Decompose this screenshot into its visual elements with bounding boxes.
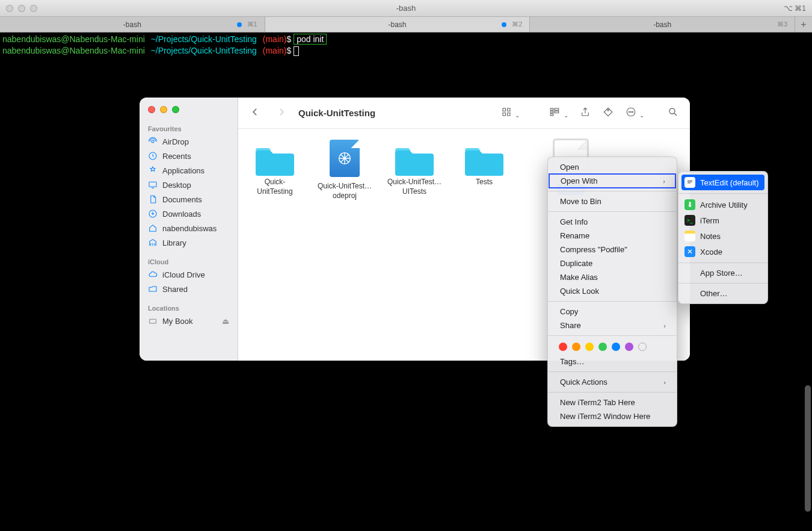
menu-quick-look[interactable]: Quick Look bbox=[548, 284, 677, 298]
menu-compress[interactable]: Compress "Podfile" bbox=[548, 243, 677, 256]
sidebar-item-shared[interactable]: Shared bbox=[140, 282, 238, 296]
library-icon bbox=[148, 238, 158, 247]
open-with-submenu: TextEdit (default) ⬇ Archive Utility >_ … bbox=[678, 171, 768, 304]
chevron-right-icon: › bbox=[663, 178, 665, 185]
search-button[interactable] bbox=[667, 107, 679, 120]
svg-point-19 bbox=[669, 108, 675, 114]
folder-quick-unittesting[interactable]: Quick-UnitTesting bbox=[247, 140, 303, 196]
eject-icon[interactable]: ⏏ bbox=[222, 317, 229, 326]
tag-color-dot[interactable] bbox=[572, 343, 580, 351]
terminal-content[interactable]: nabendubiswas@Nabendus-Mac-mini ~/Projec… bbox=[0, 33, 812, 58]
submenu-other[interactable]: Other… bbox=[678, 287, 767, 300]
terminal-line-2: nabendubiswas@Nabendus-Mac-mini ~/Projec… bbox=[2, 45, 810, 57]
airdrop-icon bbox=[148, 137, 158, 146]
menu-tag-colors bbox=[548, 339, 677, 355]
tag-color-dot[interactable] bbox=[585, 343, 594, 351]
close-button[interactable] bbox=[6, 5, 13, 12]
sidebar-item-mybook[interactable]: My Book⏏ bbox=[140, 314, 238, 328]
action-button[interactable]: ⌄ bbox=[625, 107, 644, 120]
menu-separator bbox=[548, 211, 677, 212]
add-tab-button[interactable]: + bbox=[795, 17, 812, 32]
finder-sidebar: Favourites AirDrop Recents Applications … bbox=[140, 98, 238, 361]
sidebar-item-airdrop[interactable]: AirDrop bbox=[140, 134, 238, 149]
tag-color-dot[interactable] bbox=[559, 343, 567, 351]
finder-zoom-button[interactable] bbox=[172, 106, 179, 113]
minimize-button[interactable] bbox=[18, 5, 25, 12]
terminal-tab-1[interactable]: -bash ⌘1 bbox=[0, 17, 265, 32]
menu-new-iterm-window[interactable]: New iTerm2 Window Here bbox=[548, 409, 677, 423]
menu-quick-actions[interactable]: Quick Actions› bbox=[548, 375, 677, 389]
submenu-textedit[interactable]: TextEdit (default) bbox=[681, 175, 764, 190]
menu-move-to-bin[interactable]: Move to Bin bbox=[548, 194, 677, 208]
menu-separator bbox=[548, 335, 677, 336]
unsaved-indicator-icon bbox=[237, 22, 242, 27]
window-title: -bash bbox=[396, 4, 416, 13]
menu-share[interactable]: Share› bbox=[548, 318, 677, 332]
svg-rect-8 bbox=[507, 113, 510, 116]
vertical-scrollbar[interactable] bbox=[805, 385, 811, 512]
forward-button[interactable] bbox=[275, 107, 288, 120]
submenu-archive-utility[interactable]: ⬇ Archive Utility bbox=[678, 197, 767, 213]
terminal-tabbar: -bash ⌘1 -bash ⌘2 -bash ⌘3 + bbox=[0, 17, 812, 33]
menu-make-alias[interactable]: Make Alias bbox=[548, 270, 677, 284]
sidebar-item-applications[interactable]: Applications bbox=[140, 163, 238, 178]
finder-minimize-button[interactable] bbox=[160, 106, 167, 113]
sidebar-item-downloads[interactable]: Downloads bbox=[140, 206, 238, 221]
sidebar-item-home[interactable]: nabendubiswas bbox=[140, 221, 238, 235]
folder-uitests[interactable]: Quick-UnitTest…UITests bbox=[386, 140, 443, 196]
sidebar-item-library[interactable]: Library bbox=[140, 235, 238, 250]
finder-toolbar: Quick-UnitTesting ⌄ ⌄ ⌄ bbox=[238, 98, 690, 129]
menu-separator bbox=[548, 371, 677, 372]
menu-open-with[interactable]: Open With› bbox=[549, 173, 676, 188]
tab-shortcut: ⌘3 bbox=[777, 20, 787, 28]
menu-open[interactable]: Open bbox=[548, 160, 677, 174]
svg-point-14 bbox=[607, 109, 608, 110]
finder-title: Quick-UnitTesting bbox=[298, 108, 375, 118]
svg-point-0 bbox=[152, 140, 154, 143]
tab-shortcut: ⌘2 bbox=[512, 20, 522, 28]
tag-color-none[interactable] bbox=[638, 343, 647, 351]
nav-arrows bbox=[249, 107, 288, 120]
archive-icon: ⬇ bbox=[684, 199, 695, 210]
sidebar-item-desktop[interactable]: Desktop bbox=[140, 178, 238, 192]
applications-icon bbox=[148, 166, 158, 175]
iterm-icon: >_ bbox=[684, 215, 695, 226]
terminal-tab-3[interactable]: -bash ⌘3 bbox=[530, 17, 795, 32]
terminal-tab-2[interactable]: -bash ⌘2 bbox=[265, 17, 531, 32]
folder-tests[interactable]: Tests bbox=[456, 140, 512, 187]
tag-color-dot[interactable] bbox=[598, 343, 607, 351]
tag-color-dot[interactable] bbox=[625, 343, 633, 351]
submenu-app-store[interactable]: App Store… bbox=[678, 266, 767, 280]
menu-copy[interactable]: Copy bbox=[548, 305, 677, 318]
menu-rename[interactable]: Rename bbox=[548, 229, 677, 243]
svg-rect-6 bbox=[507, 108, 510, 111]
disk-icon bbox=[148, 316, 158, 326]
share-button[interactable] bbox=[579, 107, 591, 120]
view-icons-button[interactable]: ⌄ bbox=[500, 107, 520, 120]
submenu-xcode[interactable]: ✕ Xcode bbox=[678, 244, 767, 259]
menu-new-iterm-tab[interactable]: New iTerm2 Tab Here bbox=[548, 396, 677, 409]
zoom-button[interactable] bbox=[30, 5, 37, 12]
sidebar-item-recents[interactable]: Recents bbox=[140, 149, 238, 163]
submenu-notes[interactable]: Notes bbox=[678, 228, 767, 244]
finder-close-button[interactable] bbox=[148, 106, 155, 113]
submenu-iterm[interactable]: >_ iTerm bbox=[678, 213, 767, 228]
file-xcodeproj[interactable]: Quick-UnitTest…odeproj bbox=[316, 140, 373, 200]
sidebar-item-icloud-drive[interactable]: iCloud Drive bbox=[140, 267, 238, 282]
unsaved-indicator-icon bbox=[502, 22, 506, 27]
back-button[interactable] bbox=[249, 107, 261, 120]
sidebar-item-documents[interactable]: Documents bbox=[140, 192, 238, 206]
menu-get-info[interactable]: Get Info bbox=[548, 215, 677, 229]
tab-label: -bash bbox=[388, 20, 406, 29]
menu-duplicate[interactable]: Duplicate bbox=[548, 256, 677, 270]
menu-tags[interactable]: Tags… bbox=[548, 355, 677, 368]
textedit-icon bbox=[684, 177, 695, 188]
group-button[interactable]: ⌄ bbox=[549, 107, 568, 120]
home-icon bbox=[148, 223, 158, 233]
menu-separator bbox=[548, 301, 677, 302]
document-icon bbox=[148, 194, 158, 204]
terminal-line-1: nabendubiswas@Nabendus-Mac-mini ~/Projec… bbox=[2, 34, 810, 45]
tag-button[interactable] bbox=[602, 107, 614, 120]
tag-color-dot[interactable] bbox=[612, 343, 620, 351]
svg-rect-21 bbox=[686, 179, 694, 186]
